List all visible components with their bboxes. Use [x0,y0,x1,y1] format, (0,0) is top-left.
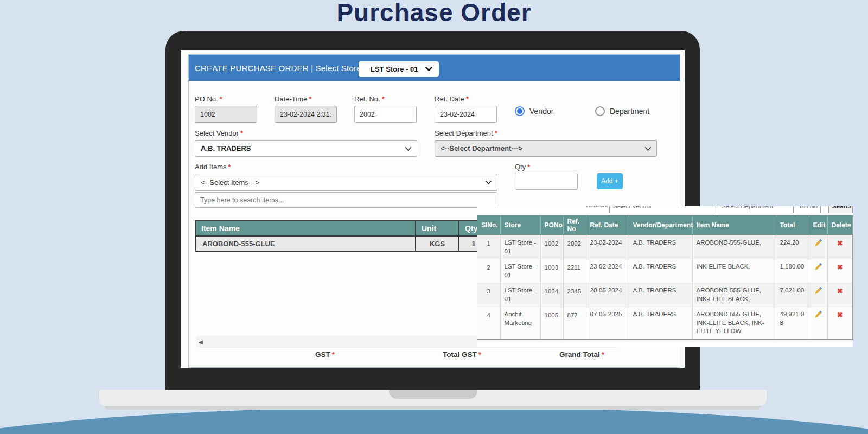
cell-store: LST Store - 01 [500,259,540,283]
required-marker: * [602,350,604,359]
cell-refdate: 23-02-2024 [586,259,629,283]
orders-header-slno: SlNo. [477,215,500,235]
chevron-down-icon [486,181,492,185]
cell-unit: KGS [416,236,459,251]
store-select-value: LST Store - 01 [371,65,418,73]
ref-date-input[interactable] [435,106,497,123]
panel-header-title: CREATE PURCHASE ORDER | Select Store: [195,63,363,73]
edit-icon[interactable] [814,239,822,250]
total-gst-label: Total GST* [443,350,481,359]
order-row: 3 LST Store - 01 1004 2345 20-05-2024 A.… [477,283,853,307]
cell-slno: 2 [477,259,500,283]
store-select[interactable]: LST Store - 01 [359,61,439,77]
cell-refdate: 23-02-2024 [586,235,629,259]
cell-item-name: INK-ELITE BLACK, [692,259,776,283]
delete-icon[interactable]: ✖ [837,239,843,247]
department-select-value: <--Select Department---> [441,144,522,152]
po-items-table: Item Name Unit Qty AROBOND-555-GLUE KGS … [195,220,489,252]
orders-table: SlNo. Store PONo Ref. No Ref. Date Vendo… [477,215,853,340]
cell-item-name: AROBOND-555-GLUE [195,236,416,251]
date-time-input[interactable] [275,106,337,123]
laptop-base-shadow [105,406,761,410]
chevron-down-icon [425,67,432,72]
vendor-select-value: A.B. TRADERS [201,144,251,152]
order-row: 1 LST Store - 01 1002 2002 23-02-2024 A.… [477,235,853,259]
cell-refno: 2345 [563,283,586,307]
cell-vendor: A.B. TRADERS [629,235,692,259]
items-table-row: AROBOND-555-GLUE KGS 1 [195,236,488,251]
ref-no-input[interactable] [354,106,417,123]
add-item-button[interactable]: Add + [597,173,623,189]
page-background: Purchase Order CREATE PURCHASE ORDER | S… [0,0,868,434]
cell-total: 224.20 [776,235,809,259]
cell-pono: 1004 [540,283,563,307]
orders-header-vendor: Vendor/Department [629,215,692,235]
search-filter-label: Search: [586,206,608,209]
cell-store: LST Store - 01 [500,235,540,259]
qty-input[interactable] [515,173,578,190]
add-items-select[interactable]: <--Select Items---> [195,174,497,191]
cell-pono: 1005 [540,307,563,340]
po-no-input[interactable] [195,106,257,123]
items-header-item-name: Item Name [195,221,416,236]
vendor-select[interactable]: A.B. TRADERS [195,140,417,157]
orders-header-refno: Ref. No [563,215,586,235]
edit-icon[interactable] [814,263,822,273]
bill-no-input[interactable]: Bill No [796,206,821,213]
edit-icon[interactable] [814,286,822,297]
cell-refno: 2211 [563,259,586,283]
items-table-header-row: Item Name Unit Qty [195,221,488,236]
orders-header-store: Store [500,215,540,235]
cell-slno: 4 [477,307,500,340]
delete-icon[interactable]: ✖ [837,311,843,319]
cell-total: 49,921.08 [776,307,809,340]
radio-unselected-icon [595,106,605,116]
desk-shape [0,407,868,434]
order-row: 4 Anchit Marketing 1005 877 07-05-2025 A… [477,307,853,340]
ref-date-label: Ref. Date* [435,95,469,103]
cell-vendor: A.B. TRADERS [629,283,692,307]
cell-item-name: AROBOND-555-GLUE, [692,235,776,259]
vendor-filter-select[interactable]: Select Vendor [609,206,716,213]
radio-selected-icon [515,106,525,116]
required-marker: * [495,129,497,137]
cell-refno: 877 [563,307,586,340]
cell-store: LST Store - 01 [500,283,540,307]
gst-label: GST* [315,350,335,359]
required-marker: * [466,95,469,103]
orders-header-refdate: Ref. Date [586,215,629,235]
department-select[interactable]: <--Select Department---> [435,140,657,157]
vendor-radio-label: Vendor [529,107,553,116]
cell-store: Anchit Marketing [500,307,540,340]
panel-header: CREATE PURCHASE ORDER | Select Store: LS… [189,55,680,81]
scroll-left-icon[interactable]: ◀ [199,339,203,345]
vendor-radio[interactable]: Vendor [515,106,553,116]
orders-header-item: Item Name [692,215,776,235]
cell-total: 1,180.00 [776,259,809,283]
required-marker: * [309,95,311,103]
required-marker: * [382,95,385,103]
cell-refdate: 07-05-2025 [586,307,629,340]
department-filter-select[interactable]: Select Department [718,206,794,213]
cell-refdate: 20-05-2024 [586,283,629,307]
department-radio-label: Department [610,107,649,116]
orders-header-pono: PONo [540,215,563,235]
edit-icon[interactable] [814,310,822,321]
select-department-label: Select Department* [435,129,497,137]
orders-header-delete: Delete [827,215,853,235]
delete-icon[interactable]: ✖ [837,287,843,295]
chevron-down-icon [405,147,411,151]
required-marker: * [332,350,335,359]
delete-icon[interactable]: ✖ [837,263,843,271]
required-marker: * [527,163,530,171]
chevron-down-icon [645,147,651,151]
required-marker: * [220,95,222,103]
item-search-input[interactable] [195,192,497,208]
department-radio[interactable]: Department [595,106,649,116]
cell-slno: 3 [477,283,500,307]
required-marker: * [478,350,481,359]
add-items-label: Add Items* [195,163,231,171]
search-button[interactable]: Search [828,206,853,213]
orders-header-row: SlNo. Store PONo Ref. No Ref. Date Vendo… [477,215,853,235]
po-no-label: PO No.* [195,95,222,103]
